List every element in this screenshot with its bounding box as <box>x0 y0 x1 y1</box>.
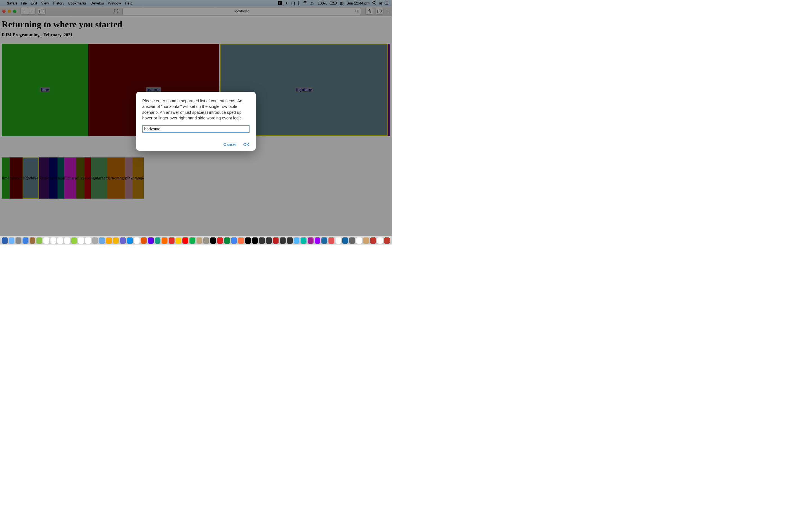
dock-app-5[interactable] <box>36 237 42 244</box>
dock-app-15[interactable] <box>106 237 112 244</box>
dock-app-38[interactable] <box>266 237 272 244</box>
dock-app-44[interactable] <box>308 237 313 244</box>
dock-app-1[interactable] <box>9 237 15 244</box>
dock-app-19[interactable] <box>134 237 140 244</box>
dock-app-26[interactable] <box>183 237 188 244</box>
dock-app-37[interactable] <box>259 237 265 244</box>
dock-app-22[interactable] <box>155 237 161 244</box>
dock-app-47[interactable] <box>328 237 335 244</box>
prompt-dialog: Please enter comma separated list of con… <box>136 92 256 151</box>
dock-app-21[interactable] <box>148 237 154 244</box>
dock-app-0[interactable] <box>2 237 8 244</box>
dock-app-29[interactable] <box>203 237 209 244</box>
dock-app-20[interactable] <box>141 237 147 244</box>
dock-app-2[interactable] <box>15 237 21 244</box>
dock-app-36[interactable] <box>252 237 258 244</box>
dock-app-34[interactable] <box>238 237 244 244</box>
dock-app-54[interactable] <box>377 237 383 244</box>
dock-app-12[interactable] <box>85 237 91 244</box>
dock-app-42[interactable] <box>294 237 300 244</box>
dock-app-23[interactable] <box>161 237 167 244</box>
dock-app-32[interactable] <box>224 237 230 244</box>
dock-app-40[interactable] <box>280 237 286 244</box>
dock-app-28[interactable] <box>197 237 202 244</box>
macos-dock[interactable] <box>0 236 392 244</box>
dock-app-8[interactable] <box>57 237 63 244</box>
dock-app-4[interactable] <box>30 237 36 244</box>
cancel-button[interactable]: Cancel <box>223 142 237 147</box>
dock-app-31[interactable] <box>217 237 223 244</box>
dock-app-9[interactable] <box>64 237 70 244</box>
dock-app-27[interactable] <box>190 237 195 244</box>
ok-button[interactable]: OK <box>243 142 250 147</box>
dock-app-10[interactable] <box>71 237 77 244</box>
dock-app-3[interactable] <box>22 237 29 244</box>
dock-app-51[interactable] <box>356 237 362 244</box>
dock-app-35[interactable] <box>245 237 251 244</box>
dock-app-6[interactable] <box>43 237 49 244</box>
dock-app-33[interactable] <box>231 237 237 244</box>
dock-app-11[interactable] <box>78 237 84 244</box>
prompt-input[interactable] <box>142 125 250 133</box>
dock-app-53[interactable] <box>370 237 376 244</box>
dock-app-52[interactable] <box>363 237 369 244</box>
dock-app-7[interactable] <box>50 237 56 244</box>
dock-app-24[interactable] <box>168 237 174 244</box>
dock-app-18[interactable] <box>127 237 133 244</box>
dock-app-48[interactable] <box>336 237 342 244</box>
dock-app-46[interactable] <box>321 237 327 244</box>
dock-app-16[interactable] <box>113 237 119 244</box>
dock-app-49[interactable] <box>342 237 348 244</box>
dock-app-39[interactable] <box>273 237 279 244</box>
dock-app-55[interactable] <box>384 237 390 244</box>
dock-app-25[interactable] <box>175 237 182 244</box>
prompt-text: Please enter comma separated list of con… <box>142 98 250 121</box>
dock-app-14[interactable] <box>99 237 105 244</box>
dock-app-43[interactable] <box>301 237 306 244</box>
dock-app-45[interactable] <box>315 237 320 244</box>
modal-overlay: Please enter comma separated list of con… <box>0 0 392 244</box>
dock-app-13[interactable] <box>92 237 98 244</box>
dock-app-50[interactable] <box>349 237 355 244</box>
dock-app-30[interactable] <box>210 237 216 244</box>
dock-app-41[interactable] <box>287 237 293 244</box>
dock-app-17[interactable] <box>120 237 126 244</box>
